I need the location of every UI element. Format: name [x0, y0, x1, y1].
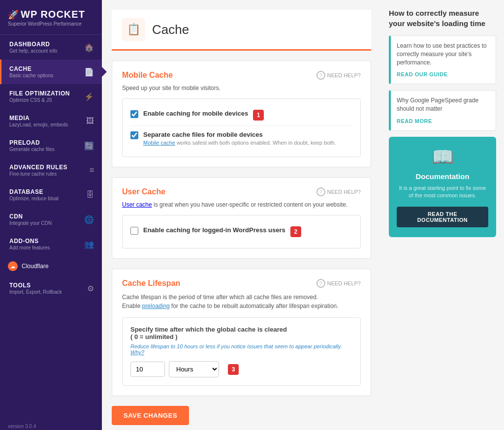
doc-card: 📖 Documentation It is a great starting p…	[389, 137, 496, 237]
info-card-2: Why Google PageSpeed grade should not ma…	[389, 90, 496, 131]
lifespan-unit-select[interactable]: Minutes Hours Days	[169, 361, 219, 377]
preloading-link[interactable]: preloading	[142, 303, 170, 309]
database-icon: 🗄	[86, 190, 94, 199]
cdn-icon: 🌐	[84, 215, 94, 224]
cache-lifespan-info: Cache lifespan is the period of time aft…	[122, 293, 361, 310]
user-cache-header: User Cache ? NEED HELP?	[122, 187, 361, 196]
mobile-cache-description: Speed up your site for mobile visitors.	[122, 85, 361, 92]
sidebar-item-cache[interactable]: CACHE Basic cache options 📄	[0, 60, 102, 84]
help-circle-icon: ?	[316, 71, 325, 80]
user-cache-enable-label[interactable]: Enable caching for logged-in WordPress u…	[143, 226, 285, 234]
mobile-cache-title: Mobile Cache	[122, 71, 173, 80]
doc-card-desc: It is a great starting point to fix some…	[397, 184, 488, 200]
user-cache-options: Enable caching for logged-in WordPress u…	[122, 215, 361, 248]
mobile-cache-link[interactable]: Mobile cache	[143, 140, 175, 146]
cache-lifespan-title: Cache Lifespan	[122, 279, 180, 288]
home-icon: 🏠	[84, 43, 94, 52]
mobile-cache-separate-label[interactable]: Separate cache files for mobile devices	[143, 131, 263, 138]
lifespan-box: Specify time after which the global cach…	[122, 317, 361, 386]
sidebar-item-file-optimization[interactable]: FILE OPTIMIZATION Optimize CSS & JS ⚡	[0, 84, 102, 109]
page-header-icon: 📋	[122, 18, 145, 41]
badge-3: 3	[228, 364, 239, 375]
sidebar: 🚀 WP ROCKET Superior WordPress Performan…	[0, 0, 102, 430]
rules-icon: ≡	[90, 166, 94, 175]
read-guide-link[interactable]: READ OUR GUIDE	[397, 71, 448, 77]
cache-lifespan-section: Cache Lifespan ? NEED HELP? Cache lifesp…	[112, 269, 371, 396]
cache-icon: 📄	[84, 67, 94, 77]
sidebar-version: version 3.0.4	[0, 418, 102, 430]
user-cache-description: User cache is great when you have user-s…	[122, 201, 361, 208]
sidebar-item-cloudflare[interactable]: ☁ Cloudflare	[0, 256, 102, 276]
read-more-link[interactable]: READ MORE	[397, 118, 432, 124]
cache-lifespan-header: Cache Lifespan ? NEED HELP?	[122, 279, 361, 288]
cloudflare-icon: ☁	[8, 261, 18, 271]
info-card-1: Learn how to use best practices to corre…	[389, 35, 496, 84]
sidebar-item-media[interactable]: MEDIA LazyLoad, emojis, embeds 🖼	[0, 109, 102, 133]
sidebar-item-database[interactable]: DATABASE Optimize, reduce bloat 🗄	[0, 183, 102, 207]
user-cache-title: User Cache	[122, 187, 165, 196]
book-icon: 📖	[397, 147, 488, 167]
info-card-1-text: Learn how to use best practices to corre…	[397, 42, 490, 66]
why-link[interactable]: Why?	[130, 349, 144, 355]
main-content: 📋 Cache Mobile Cache ? NEED HELP? Speed …	[102, 0, 381, 430]
logo-title: WP ROCKET	[21, 9, 85, 20]
user-cache-need-help[interactable]: ? NEED HELP?	[316, 187, 361, 196]
sidebar-logo: 🚀 WP ROCKET Superior WordPress Performan…	[0, 0, 102, 35]
mobile-cache-header: Mobile Cache ? NEED HELP?	[122, 71, 361, 80]
info-card-2-text: Why Google PageSpeed grade should not ma…	[397, 96, 490, 113]
badge-1: 1	[253, 110, 264, 121]
mobile-cache-need-help[interactable]: ? NEED HELP?	[316, 71, 361, 80]
read-documentation-button[interactable]: READ THE DOCUMENTATION	[397, 207, 488, 227]
lifespan-box-title: Specify time after which the global cach…	[130, 326, 352, 340]
sidebar-item-cdn[interactable]: CDN Integrate your CDN 🌐	[0, 207, 102, 232]
help-circle-icon-3: ?	[316, 279, 325, 288]
sidebar-item-advanced-rules[interactable]: ADVANCED RULES Fine-tune cache rules ≡	[0, 158, 102, 183]
page-title: Cache	[152, 22, 189, 37]
sidebar-nav: DASHBOARD Get help, account info 🏠 CACHE…	[0, 35, 102, 418]
page-header: 📋 Cache	[112, 10, 371, 51]
media-icon: 🖼	[86, 117, 94, 125]
user-cache-option-1: Enable caching for logged-in WordPress u…	[130, 221, 352, 242]
sidebar-item-preload[interactable]: PRELOAD Generate cache files 🔄	[0, 133, 102, 158]
file-opt-icon: ⚡	[84, 92, 94, 101]
preload-icon: 🔄	[84, 141, 94, 151]
save-changes-button[interactable]: SAVE CHANGES	[112, 406, 189, 425]
user-cache-section: User Cache ? NEED HELP? User cache is gr…	[112, 177, 371, 259]
mobile-cache-enable-checkbox[interactable]	[130, 110, 138, 118]
logo-subtitle: Superior WordPress Performance	[8, 21, 94, 27]
main-wrapper: 📋 Cache Mobile Cache ? NEED HELP? Speed …	[102, 0, 504, 430]
mobile-cache-option-2: Separate cache files for mobile devices …	[130, 125, 352, 151]
lifespan-controls: Minutes Hours Days 3	[130, 361, 352, 377]
lifespan-value-input[interactable]	[130, 362, 165, 377]
mobile-cache-options: Enable caching for mobile devices 1 Sepa…	[122, 98, 361, 157]
user-cache-link[interactable]: User cache	[122, 201, 152, 208]
sidebar-item-dashboard[interactable]: DASHBOARD Get help, account info 🏠	[0, 35, 102, 60]
mobile-cache-section: Mobile Cache ? NEED HELP? Speed up your …	[112, 61, 371, 167]
sidebar-item-add-ons[interactable]: ADD-ONS Add more features 👥	[0, 232, 102, 256]
right-sidebar: How to correctly measure your website's …	[381, 0, 504, 430]
lifespan-hint: Reduce lifespan to 10 hours or less if y…	[130, 343, 352, 355]
sidebar-item-tools[interactable]: TOOLS Import, Export, Rollback ⚙	[0, 276, 102, 301]
badge-2: 2	[290, 226, 301, 237]
mobile-cache-separate-hint: Mobile cache works safest with both opti…	[143, 140, 336, 146]
cloudflare-label: Cloudflare	[22, 263, 49, 270]
mobile-cache-option-1: Enable caching for mobile devices 1	[130, 105, 352, 125]
mobile-cache-enable-label[interactable]: Enable caching for mobile devices	[143, 110, 248, 117]
right-sidebar-title: How to correctly measure your website's …	[389, 8, 496, 29]
tools-icon: ⚙	[87, 284, 94, 293]
mobile-cache-separate-checkbox[interactable]	[130, 131, 138, 139]
add-ons-icon: 👥	[84, 240, 94, 249]
cache-lifespan-need-help[interactable]: ? NEED HELP?	[316, 279, 361, 288]
rocket-icon: 🚀	[8, 9, 19, 20]
user-cache-enable-checkbox[interactable]	[130, 227, 138, 235]
doc-card-title: Documentation	[397, 172, 488, 181]
help-circle-icon-2: ?	[316, 187, 325, 196]
